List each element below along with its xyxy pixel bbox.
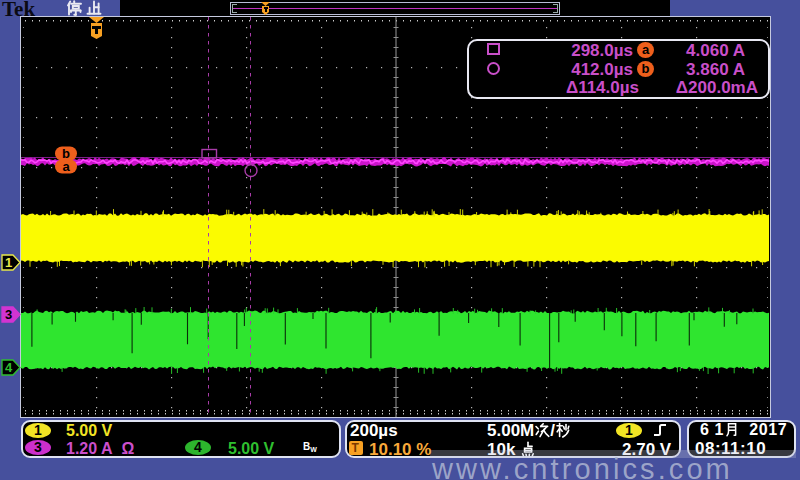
svg-text:a: a: [62, 159, 70, 174]
svg-text:4: 4: [5, 360, 13, 375]
svg-text:3: 3: [5, 307, 12, 322]
svg-text:1: 1: [5, 255, 12, 270]
